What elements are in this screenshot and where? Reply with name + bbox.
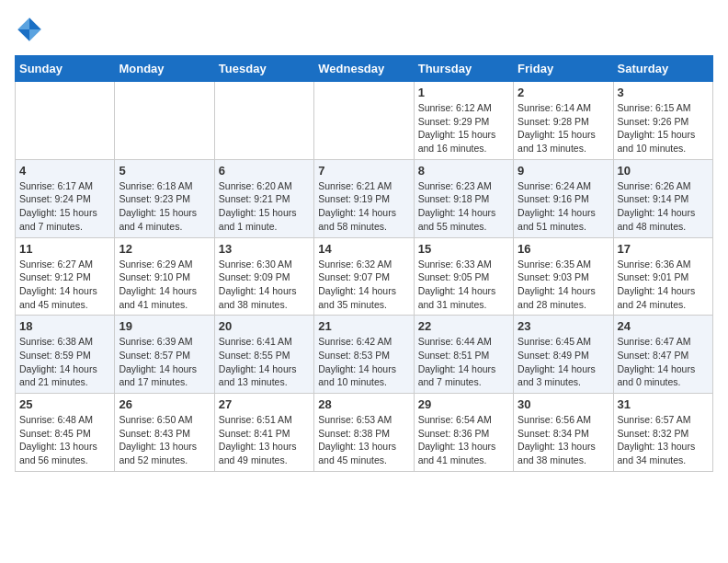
day-info: Sunrise: 6:44 AM Sunset: 8:51 PM Dayligh…	[418, 335, 509, 389]
day-number: 30	[518, 397, 609, 411]
calendar-cell: 7Sunrise: 6:21 AM Sunset: 9:19 PM Daylig…	[314, 159, 414, 237]
calendar-cell: 13Sunrise: 6:30 AM Sunset: 9:09 PM Dayli…	[214, 237, 313, 316]
day-number: 14	[318, 242, 409, 256]
day-number: 4	[19, 164, 110, 178]
day-info: Sunrise: 6:39 AM Sunset: 8:57 PM Dayligh…	[119, 335, 210, 389]
calendar-week-4: 18Sunrise: 6:38 AM Sunset: 8:59 PM Dayli…	[16, 316, 713, 394]
calendar-cell: 6Sunrise: 6:20 AM Sunset: 9:21 PM Daylig…	[214, 159, 313, 237]
calendar-week-5: 25Sunrise: 6:48 AM Sunset: 8:45 PM Dayli…	[16, 394, 713, 472]
day-info: Sunrise: 6:12 AM Sunset: 9:29 PM Dayligh…	[418, 101, 509, 155]
calendar-cell: 3Sunrise: 6:15 AM Sunset: 9:26 PM Daylig…	[613, 82, 712, 160]
calendar-cell	[115, 82, 214, 160]
day-info: Sunrise: 6:32 AM Sunset: 9:07 PM Dayligh…	[318, 258, 409, 312]
day-number: 31	[618, 397, 709, 411]
calendar-week-1: 1Sunrise: 6:12 AM Sunset: 9:29 PM Daylig…	[16, 82, 713, 160]
day-number: 1	[418, 86, 509, 99]
day-info: Sunrise: 6:45 AM Sunset: 8:49 PM Dayligh…	[518, 335, 609, 389]
day-info: Sunrise: 6:17 AM Sunset: 9:24 PM Dayligh…	[19, 179, 110, 234]
calendar-week-2: 4Sunrise: 6:17 AM Sunset: 9:24 PM Daylig…	[16, 159, 713, 237]
day-number: 20	[219, 319, 310, 333]
day-number: 17	[618, 242, 709, 256]
calendar-cell: 30Sunrise: 6:56 AM Sunset: 8:34 PM Dayli…	[514, 394, 613, 472]
day-info: Sunrise: 6:53 AM Sunset: 8:38 PM Dayligh…	[318, 413, 409, 467]
weekday-header-monday: Monday	[115, 56, 214, 82]
calendar-cell: 27Sunrise: 6:51 AM Sunset: 8:41 PM Dayli…	[214, 394, 313, 472]
day-info: Sunrise: 6:21 AM Sunset: 9:19 PM Dayligh…	[318, 179, 409, 234]
day-number: 26	[119, 397, 210, 411]
calendar-header-row: SundayMondayTuesdayWednesdayThursdayFrid…	[16, 56, 713, 82]
page-header	[15, 15, 713, 44]
weekday-header-tuesday: Tuesday	[214, 56, 313, 82]
day-info: Sunrise: 6:14 AM Sunset: 9:28 PM Dayligh…	[518, 101, 609, 155]
day-number: 23	[518, 319, 609, 333]
weekday-header-thursday: Thursday	[414, 56, 513, 82]
day-number: 24	[618, 319, 709, 333]
day-info: Sunrise: 6:29 AM Sunset: 9:10 PM Dayligh…	[119, 258, 210, 312]
day-info: Sunrise: 6:18 AM Sunset: 9:23 PM Dayligh…	[119, 179, 210, 234]
day-info: Sunrise: 6:54 AM Sunset: 8:36 PM Dayligh…	[418, 413, 509, 467]
calendar-cell: 16Sunrise: 6:35 AM Sunset: 9:03 PM Dayli…	[514, 237, 613, 316]
calendar-cell: 21Sunrise: 6:42 AM Sunset: 8:53 PM Dayli…	[314, 316, 414, 394]
day-info: Sunrise: 6:47 AM Sunset: 8:47 PM Dayligh…	[618, 335, 709, 389]
calendar-cell: 8Sunrise: 6:23 AM Sunset: 9:18 PM Daylig…	[414, 159, 513, 237]
day-number: 22	[418, 319, 509, 333]
day-info: Sunrise: 6:27 AM Sunset: 9:12 PM Dayligh…	[19, 258, 110, 312]
calendar-cell: 14Sunrise: 6:32 AM Sunset: 9:07 PM Dayli…	[314, 237, 414, 316]
day-number: 3	[618, 86, 709, 99]
calendar-cell: 12Sunrise: 6:29 AM Sunset: 9:10 PM Dayli…	[115, 237, 214, 316]
calendar-cell: 10Sunrise: 6:26 AM Sunset: 9:14 PM Dayli…	[613, 159, 712, 237]
day-number: 19	[119, 319, 210, 333]
calendar-cell: 9Sunrise: 6:24 AM Sunset: 9:16 PM Daylig…	[514, 159, 613, 237]
day-number: 28	[318, 397, 409, 411]
calendar-cell: 1Sunrise: 6:12 AM Sunset: 9:29 PM Daylig…	[414, 82, 513, 160]
day-number: 18	[19, 319, 110, 333]
calendar-table: SundayMondayTuesdayWednesdayThursdayFrid…	[15, 55, 713, 472]
day-info: Sunrise: 6:23 AM Sunset: 9:18 PM Dayligh…	[418, 179, 509, 234]
day-info: Sunrise: 6:50 AM Sunset: 8:43 PM Dayligh…	[119, 413, 210, 467]
day-info: Sunrise: 6:24 AM Sunset: 9:16 PM Dayligh…	[518, 179, 609, 234]
calendar-cell: 22Sunrise: 6:44 AM Sunset: 8:51 PM Dayli…	[414, 316, 513, 394]
day-info: Sunrise: 6:30 AM Sunset: 9:09 PM Dayligh…	[219, 258, 310, 312]
day-info: Sunrise: 6:48 AM Sunset: 8:45 PM Dayligh…	[19, 413, 110, 467]
day-number: 8	[418, 164, 509, 178]
day-info: Sunrise: 6:26 AM Sunset: 9:14 PM Dayligh…	[618, 179, 709, 234]
day-number: 10	[618, 164, 709, 178]
calendar-cell: 15Sunrise: 6:33 AM Sunset: 9:05 PM Dayli…	[414, 237, 513, 316]
day-number: 16	[518, 242, 609, 256]
calendar-cell	[214, 82, 313, 160]
weekday-header-saturday: Saturday	[613, 56, 712, 82]
day-number: 9	[518, 164, 609, 178]
day-info: Sunrise: 6:38 AM Sunset: 8:59 PM Dayligh…	[19, 335, 110, 389]
calendar-cell: 2Sunrise: 6:14 AM Sunset: 9:28 PM Daylig…	[514, 82, 613, 160]
day-info: Sunrise: 6:51 AM Sunset: 8:41 PM Dayligh…	[219, 413, 310, 467]
day-info: Sunrise: 6:41 AM Sunset: 8:55 PM Dayligh…	[219, 335, 310, 389]
day-info: Sunrise: 6:36 AM Sunset: 9:01 PM Dayligh…	[618, 258, 709, 312]
calendar-cell: 26Sunrise: 6:50 AM Sunset: 8:43 PM Dayli…	[115, 394, 214, 472]
day-info: Sunrise: 6:42 AM Sunset: 8:53 PM Dayligh…	[318, 335, 409, 389]
calendar-cell	[314, 82, 414, 160]
day-info: Sunrise: 6:15 AM Sunset: 9:26 PM Dayligh…	[618, 101, 709, 155]
calendar-cell: 28Sunrise: 6:53 AM Sunset: 8:38 PM Dayli…	[314, 394, 414, 472]
day-number: 6	[219, 164, 310, 178]
calendar-cell: 20Sunrise: 6:41 AM Sunset: 8:55 PM Dayli…	[214, 316, 313, 394]
day-info: Sunrise: 6:56 AM Sunset: 8:34 PM Dayligh…	[518, 413, 609, 467]
day-number: 7	[318, 164, 409, 178]
weekday-header-wednesday: Wednesday	[314, 56, 414, 82]
calendar-cell: 5Sunrise: 6:18 AM Sunset: 9:23 PM Daylig…	[115, 159, 214, 237]
day-number: 11	[19, 242, 110, 256]
day-number: 2	[518, 86, 609, 99]
calendar-cell: 25Sunrise: 6:48 AM Sunset: 8:45 PM Dayli…	[16, 394, 115, 472]
day-number: 25	[19, 397, 110, 411]
day-number: 21	[318, 319, 409, 333]
calendar-week-3: 11Sunrise: 6:27 AM Sunset: 9:12 PM Dayli…	[16, 237, 713, 316]
svg-marker-2	[29, 29, 41, 41]
day-info: Sunrise: 6:33 AM Sunset: 9:05 PM Dayligh…	[418, 258, 509, 312]
calendar-cell: 19Sunrise: 6:39 AM Sunset: 8:57 PM Dayli…	[115, 316, 214, 394]
weekday-header-friday: Friday	[514, 56, 613, 82]
day-number: 5	[119, 164, 210, 178]
calendar-cell: 31Sunrise: 6:57 AM Sunset: 8:32 PM Dayli…	[613, 394, 712, 472]
day-info: Sunrise: 6:35 AM Sunset: 9:03 PM Dayligh…	[518, 258, 609, 312]
day-number: 13	[219, 242, 310, 256]
calendar-cell: 23Sunrise: 6:45 AM Sunset: 8:49 PM Dayli…	[514, 316, 613, 394]
calendar-cell: 24Sunrise: 6:47 AM Sunset: 8:47 PM Dayli…	[613, 316, 712, 394]
